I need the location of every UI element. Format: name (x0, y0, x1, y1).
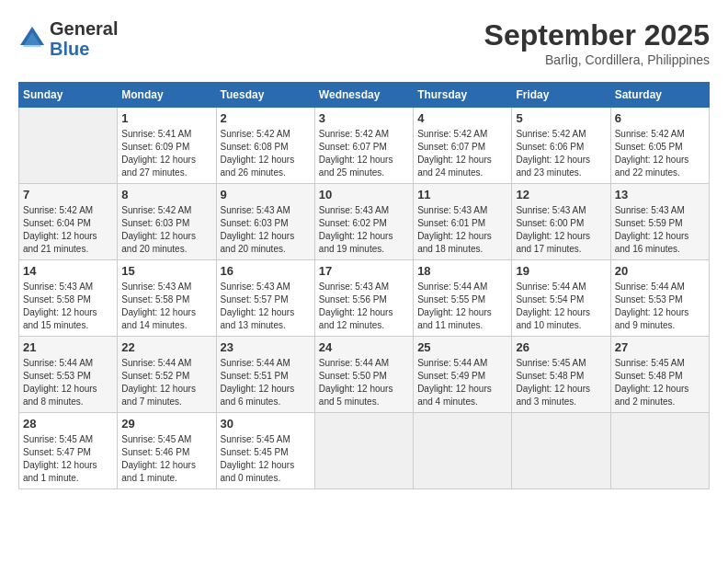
day-info: Sunrise: 5:42 AMSunset: 6:04 PMDaylight:… (23, 204, 113, 256)
day-number: 7 (23, 188, 113, 201)
logo-text: General Blue (50, 18, 118, 59)
calendar-cell: 23Sunrise: 5:44 AMSunset: 5:51 PMDayligh… (216, 337, 314, 413)
calendar-cell: 19Sunrise: 5:44 AMSunset: 5:54 PMDayligh… (512, 260, 610, 337)
calendar-cell: 28Sunrise: 5:45 AMSunset: 5:47 PMDayligh… (19, 413, 118, 489)
location-subtitle: Barlig, Cordillera, Philippines (484, 52, 710, 67)
calendar-cell (610, 413, 709, 489)
calendar-cell: 24Sunrise: 5:44 AMSunset: 5:50 PMDayligh… (314, 337, 413, 413)
weekday-header: Tuesday (216, 83, 314, 108)
day-info: Sunrise: 5:43 AMSunset: 5:58 PMDaylight:… (121, 281, 211, 332)
weekday-header: Monday (118, 83, 216, 108)
day-info: Sunrise: 5:45 AMSunset: 5:48 PMDaylight:… (516, 357, 606, 408)
calendar-week-row: 21Sunrise: 5:44 AMSunset: 5:53 PMDayligh… (19, 337, 710, 413)
calendar-week-row: 28Sunrise: 5:45 AMSunset: 5:47 PMDayligh… (19, 413, 710, 489)
calendar-cell: 6Sunrise: 5:42 AMSunset: 6:05 PMDaylight… (610, 108, 709, 184)
day-number: 20 (615, 264, 705, 278)
day-info: Sunrise: 5:44 AMSunset: 5:51 PMDaylight:… (221, 357, 311, 408)
day-number: 9 (221, 188, 311, 201)
calendar-week-row: 1Sunrise: 5:41 AMSunset: 6:09 PMDaylight… (19, 108, 710, 184)
day-info: Sunrise: 5:43 AMSunset: 5:59 PMDaylight:… (615, 204, 705, 256)
calendar-cell: 12Sunrise: 5:43 AMSunset: 6:00 PMDayligh… (512, 184, 610, 260)
day-info: Sunrise: 5:44 AMSunset: 5:49 PMDaylight:… (417, 357, 507, 408)
calendar-cell: 21Sunrise: 5:44 AMSunset: 5:53 PMDayligh… (19, 337, 118, 413)
calendar-cell: 25Sunrise: 5:44 AMSunset: 5:49 PMDayligh… (414, 337, 512, 413)
day-number: 8 (121, 188, 211, 201)
day-info: Sunrise: 5:45 AMSunset: 5:48 PMDaylight:… (615, 357, 705, 408)
day-info: Sunrise: 5:42 AMSunset: 6:07 PMDaylight:… (319, 128, 409, 179)
page-header: General Blue September 2025 Barlig, Cord… (18, 18, 710, 67)
day-info: Sunrise: 5:41 AMSunset: 6:09 PMDaylight:… (121, 128, 211, 179)
day-number: 19 (516, 264, 606, 278)
day-number: 29 (121, 417, 211, 431)
day-number: 26 (516, 340, 606, 354)
day-number: 21 (23, 340, 113, 354)
calendar-cell: 11Sunrise: 5:43 AMSunset: 6:01 PMDayligh… (414, 184, 512, 260)
calendar-cell: 22Sunrise: 5:44 AMSunset: 5:52 PMDayligh… (118, 337, 216, 413)
weekday-header: Saturday (610, 83, 709, 108)
day-info: Sunrise: 5:45 AMSunset: 5:46 PMDaylight:… (121, 433, 211, 485)
logo-icon (18, 25, 46, 52)
day-info: Sunrise: 5:44 AMSunset: 5:50 PMDaylight:… (319, 357, 409, 408)
day-number: 14 (23, 264, 113, 278)
day-info: Sunrise: 5:44 AMSunset: 5:53 PMDaylight:… (23, 357, 113, 408)
logo-general-text: General (50, 18, 118, 39)
day-number: 10 (319, 188, 409, 201)
calendar-cell: 26Sunrise: 5:45 AMSunset: 5:48 PMDayligh… (512, 337, 610, 413)
day-number: 15 (121, 264, 211, 278)
calendar-table: SundayMondayTuesdayWednesdayThursdayFrid… (18, 82, 710, 489)
day-info: Sunrise: 5:42 AMSunset: 6:05 PMDaylight:… (615, 128, 705, 179)
day-info: Sunrise: 5:42 AMSunset: 6:08 PMDaylight:… (221, 128, 311, 179)
title-section: September 2025 Barlig, Cordillera, Phili… (484, 18, 710, 67)
calendar-cell: 9Sunrise: 5:43 AMSunset: 6:03 PMDaylight… (216, 184, 314, 260)
day-number: 25 (417, 340, 507, 354)
day-number: 16 (221, 264, 311, 278)
weekday-header-row: SundayMondayTuesdayWednesdayThursdayFrid… (19, 83, 710, 108)
calendar-cell: 4Sunrise: 5:42 AMSunset: 6:07 PMDaylight… (414, 108, 512, 184)
day-info: Sunrise: 5:43 AMSunset: 5:56 PMDaylight:… (319, 281, 409, 332)
weekday-header: Thursday (414, 83, 512, 108)
day-info: Sunrise: 5:43 AMSunset: 5:57 PMDaylight:… (221, 281, 311, 332)
day-info: Sunrise: 5:42 AMSunset: 6:06 PMDaylight:… (516, 128, 606, 179)
calendar-cell: 20Sunrise: 5:44 AMSunset: 5:53 PMDayligh… (610, 260, 709, 337)
calendar-header: SundayMondayTuesdayWednesdayThursdayFrid… (19, 83, 710, 108)
calendar-cell: 14Sunrise: 5:43 AMSunset: 5:58 PMDayligh… (19, 260, 118, 337)
day-number: 27 (615, 340, 705, 354)
calendar-cell (19, 108, 118, 184)
day-number: 24 (319, 340, 409, 354)
day-number: 23 (221, 340, 311, 354)
calendar-cell: 27Sunrise: 5:45 AMSunset: 5:48 PMDayligh… (610, 337, 709, 413)
day-info: Sunrise: 5:43 AMSunset: 6:02 PMDaylight:… (319, 204, 409, 256)
day-number: 22 (121, 340, 211, 354)
day-info: Sunrise: 5:43 AMSunset: 5:58 PMDaylight:… (23, 281, 113, 332)
logo: General Blue (18, 18, 118, 59)
calendar-cell: 2Sunrise: 5:42 AMSunset: 6:08 PMDaylight… (216, 108, 314, 184)
day-number: 4 (417, 111, 507, 125)
calendar-cell: 18Sunrise: 5:44 AMSunset: 5:55 PMDayligh… (414, 260, 512, 337)
calendar-cell: 1Sunrise: 5:41 AMSunset: 6:09 PMDaylight… (118, 108, 216, 184)
day-info: Sunrise: 5:43 AMSunset: 6:03 PMDaylight:… (221, 204, 311, 256)
calendar-cell: 17Sunrise: 5:43 AMSunset: 5:56 PMDayligh… (314, 260, 413, 337)
calendar-cell: 16Sunrise: 5:43 AMSunset: 5:57 PMDayligh… (216, 260, 314, 337)
day-number: 12 (516, 188, 606, 201)
day-number: 3 (319, 111, 409, 125)
day-number: 17 (319, 264, 409, 278)
calendar-cell: 3Sunrise: 5:42 AMSunset: 6:07 PMDaylight… (314, 108, 413, 184)
calendar-cell (414, 413, 512, 489)
day-number: 18 (417, 264, 507, 278)
calendar-cell: 29Sunrise: 5:45 AMSunset: 5:46 PMDayligh… (118, 413, 216, 489)
calendar-cell (512, 413, 610, 489)
day-info: Sunrise: 5:42 AMSunset: 6:07 PMDaylight:… (417, 128, 507, 179)
day-info: Sunrise: 5:43 AMSunset: 6:00 PMDaylight:… (516, 204, 606, 256)
day-number: 28 (23, 417, 113, 431)
day-number: 5 (516, 111, 606, 125)
day-info: Sunrise: 5:44 AMSunset: 5:52 PMDaylight:… (121, 357, 211, 408)
weekday-header: Sunday (19, 83, 118, 108)
calendar-week-row: 14Sunrise: 5:43 AMSunset: 5:58 PMDayligh… (19, 260, 710, 337)
weekday-header: Wednesday (314, 83, 413, 108)
calendar-body: 1Sunrise: 5:41 AMSunset: 6:09 PMDaylight… (19, 108, 710, 489)
calendar-cell: 15Sunrise: 5:43 AMSunset: 5:58 PMDayligh… (118, 260, 216, 337)
calendar-cell: 13Sunrise: 5:43 AMSunset: 5:59 PMDayligh… (610, 184, 709, 260)
day-info: Sunrise: 5:44 AMSunset: 5:55 PMDaylight:… (417, 281, 507, 332)
day-number: 6 (615, 111, 705, 125)
day-info: Sunrise: 5:44 AMSunset: 5:54 PMDaylight:… (516, 281, 606, 332)
